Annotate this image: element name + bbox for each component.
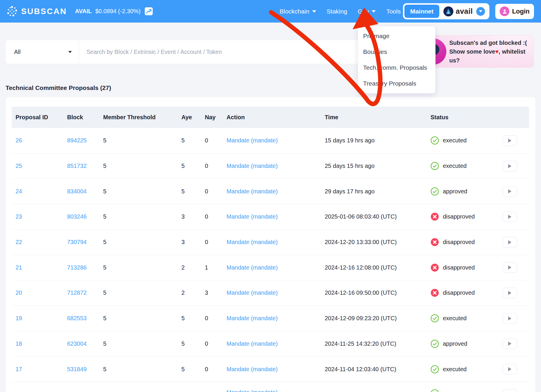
expand-row-button[interactable] bbox=[503, 212, 517, 222]
proposal-id-link[interactable]: 22 bbox=[12, 239, 63, 246]
proposal-id-link[interactable]: 20 bbox=[12, 289, 63, 296]
nay-value: 0 bbox=[201, 213, 223, 220]
brand[interactable]: SUBSCAN bbox=[6, 5, 67, 18]
column-header: Time bbox=[321, 114, 427, 121]
row-actions bbox=[499, 135, 529, 146]
block-link[interactable]: 894225 bbox=[63, 137, 99, 144]
proposal-id-link[interactable]: 26 bbox=[12, 137, 63, 144]
action-link[interactable]: Mandate (mandate) bbox=[223, 315, 321, 322]
expand-row-button[interactable] bbox=[503, 237, 517, 248]
expand-row-button[interactable] bbox=[503, 389, 517, 392]
play-icon bbox=[508, 164, 511, 168]
block-link[interactable]: 712872 bbox=[63, 289, 99, 296]
user-avatar-icon bbox=[500, 6, 509, 16]
table-body: 26 894225 5 5 0 Mandate (mandate) 15 day… bbox=[12, 128, 529, 392]
table-row: 22 730794 5 3 0 Mandate (mandate) 2024-1… bbox=[12, 230, 529, 255]
login-button[interactable]: Login bbox=[495, 4, 534, 19]
time-value: 2025-01-06 08:03:40 (UTC) bbox=[321, 213, 427, 220]
nay-value: 0 bbox=[201, 188, 223, 195]
expand-row-button[interactable] bbox=[503, 262, 517, 273]
nay-value: 0 bbox=[201, 163, 223, 169]
play-icon bbox=[508, 316, 511, 321]
table-row: 25 851732 5 5 0 Mandate (mandate) 25 day… bbox=[12, 154, 529, 179]
member-threshold-value: 5 bbox=[99, 239, 178, 246]
action-link[interactable]: Mandate (mandate) bbox=[223, 340, 321, 347]
block-link[interactable]: 851732 bbox=[63, 163, 99, 169]
status-success-icon bbox=[431, 365, 439, 374]
action-link[interactable]: Mandate (mandate) bbox=[223, 188, 321, 195]
proposal-id-link[interactable]: 19 bbox=[12, 315, 63, 322]
action-link[interactable]: Mandate (mandate) bbox=[223, 137, 321, 144]
play-icon bbox=[508, 265, 511, 270]
login-label: Login bbox=[512, 8, 530, 15]
expand-row-button[interactable] bbox=[503, 186, 517, 197]
proposal-id-link[interactable]: 17 bbox=[12, 366, 63, 373]
aye-value: 5 bbox=[178, 188, 201, 195]
expand-row-button[interactable] bbox=[503, 364, 517, 374]
status-fail-icon bbox=[431, 238, 439, 246]
aye-value: 5 bbox=[178, 340, 201, 347]
member-threshold-value: 5 bbox=[99, 188, 178, 195]
aye-value: 5 bbox=[178, 315, 201, 322]
block-link[interactable]: 834004 bbox=[63, 188, 99, 195]
mainnet-button[interactable]: Mainnet bbox=[404, 5, 439, 18]
proposal-id-link[interactable]: 18 bbox=[12, 340, 63, 347]
nay-value: 0 bbox=[201, 239, 223, 246]
gov-dropdown-item[interactable]: Tech. comm. Proposals bbox=[358, 60, 435, 76]
nav-item-gov[interactable]: Gov bbox=[358, 8, 376, 15]
time-value: 15 days 19 hrs ago bbox=[321, 137, 427, 144]
action-link[interactable]: Mandate (mandate) bbox=[223, 213, 321, 220]
expand-row-button[interactable] bbox=[503, 135, 517, 146]
action-link[interactable]: Mandate (mandate) bbox=[223, 366, 321, 373]
nay-value: 0 bbox=[201, 315, 223, 322]
column-header: Block bbox=[63, 114, 99, 121]
action-link[interactable]: Mandate (mandate) bbox=[223, 289, 321, 296]
network-chevron-button[interactable] bbox=[476, 7, 485, 16]
aye-value: 5 bbox=[178, 163, 201, 169]
expand-row-button[interactable] bbox=[503, 161, 517, 171]
nav-item-blockchain[interactable]: Blockchain bbox=[280, 8, 316, 15]
price-chart-icon[interactable] bbox=[145, 7, 153, 15]
page: SUBSCAN AVAIL $0.0894 (-2.30%) Blockchai… bbox=[0, 0, 541, 392]
proposal-id-link[interactable]: 21 bbox=[12, 264, 63, 271]
block-link[interactable]: 623004 bbox=[63, 340, 99, 347]
gov-dropdown-item[interactable]: Treasury Proposals bbox=[358, 76, 435, 91]
action-link[interactable]: Mandate (mandate) bbox=[223, 239, 321, 246]
table-row: Mandate (mandate) bbox=[12, 382, 529, 392]
block-link[interactable]: 803246 bbox=[63, 213, 99, 220]
row-actions bbox=[499, 338, 529, 349]
row-actions bbox=[499, 262, 529, 273]
block-link[interactable]: 682553 bbox=[63, 315, 99, 322]
status-cell: executed bbox=[427, 136, 499, 145]
proposal-id-link[interactable]: 24 bbox=[12, 188, 63, 195]
proposal-id-link[interactable]: 23 bbox=[12, 213, 63, 220]
avail-logo-icon bbox=[443, 6, 453, 16]
action-link[interactable]: Mandate (mandate) bbox=[223, 389, 321, 392]
nav-item-label: Gov bbox=[358, 8, 369, 15]
status-fail-icon bbox=[431, 212, 439, 221]
expand-row-button[interactable] bbox=[503, 313, 517, 324]
row-actions bbox=[499, 389, 529, 392]
member-threshold-value: 5 bbox=[99, 213, 178, 220]
gov-dropdown-item[interactable]: Preimage bbox=[358, 28, 435, 44]
search-filter-select[interactable]: All bbox=[6, 40, 79, 64]
action-link[interactable]: Mandate (mandate) bbox=[223, 264, 321, 271]
time-value: 25 days 15 hrs ago bbox=[321, 163, 427, 169]
table-row: 23 803246 5 3 0 Mandate (mandate) 2025-0… bbox=[12, 204, 529, 230]
block-link[interactable]: 531849 bbox=[63, 366, 99, 373]
block-link[interactable]: 730794 bbox=[63, 239, 99, 246]
nav-item-staking[interactable]: Staking bbox=[327, 8, 347, 15]
status-cell: disapproved bbox=[427, 289, 499, 297]
proposal-id-link[interactable]: 25 bbox=[12, 163, 63, 169]
status-cell: executed bbox=[427, 314, 499, 323]
table-row: 18 623004 5 5 0 Mandate (mandate) 2024-1… bbox=[12, 331, 529, 357]
action-link[interactable]: Mandate (mandate) bbox=[223, 163, 321, 169]
expand-row-button[interactable] bbox=[503, 288, 517, 298]
ad-line1: Subscan's ad got blocked :( bbox=[449, 38, 534, 47]
gov-dropdown-item[interactable]: Bounties bbox=[358, 44, 435, 60]
chevron-down-icon bbox=[372, 10, 376, 13]
expand-row-button[interactable] bbox=[503, 338, 517, 349]
block-link[interactable]: 713286 bbox=[63, 264, 99, 271]
status-cell: approved bbox=[427, 340, 499, 348]
status-cell: executed bbox=[427, 162, 499, 170]
